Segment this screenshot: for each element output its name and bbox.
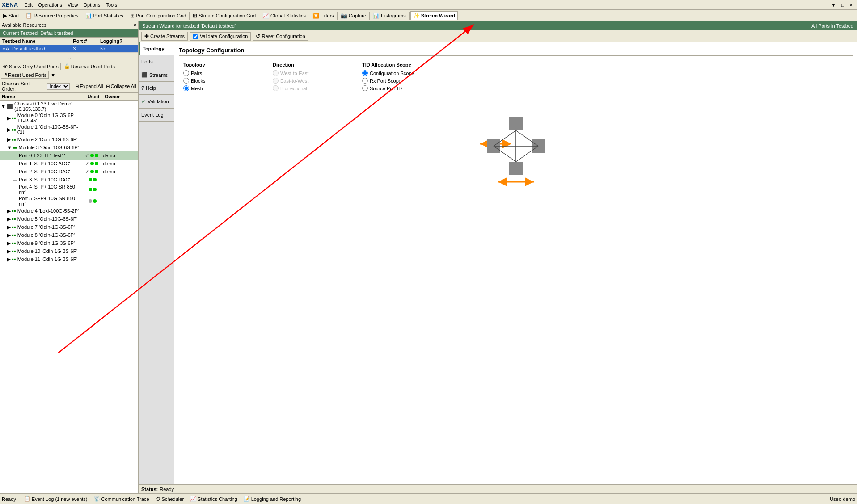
tid-config-scope-input[interactable] — [362, 70, 368, 76]
toolbar-stream-wizard[interactable]: ✨ Stream Wizard — [410, 11, 458, 20]
toolbar-port-config-grid[interactable]: ⊞ Port Configuration Grid — [128, 12, 189, 20]
nav-event-log[interactable]: Event Log — [139, 109, 174, 122]
tree-module-10[interactable]: ▶ ■■ Module 10 'Odin-1G-3S-6P' — [0, 247, 138, 255]
available-resources-titlebar: Available Resources × — [0, 21, 138, 29]
resource-tree[interactable]: ▼ ⬛ Chassis 0 'L23 Live Demo' (10.165.13… — [0, 101, 138, 493]
expand-all-button[interactable]: ⊞ Expand All — [75, 84, 103, 89]
port1-dot2 — [95, 162, 98, 165]
topology-mesh-radio[interactable]: Mesh — [183, 85, 264, 91]
logging-button[interactable]: 📝 Logging and Reporting — [241, 496, 304, 502]
nav-ports[interactable]: Ports — [139, 55, 174, 68]
nav-streams-label: Streams — [149, 72, 168, 78]
tree-chassis-0[interactable]: ▼ ⬛ Chassis 0 'L23 Live Demo' (10.165.13… — [0, 101, 138, 112]
nav-streams-icon: ⬛ — [141, 72, 148, 78]
toolbar-port-stats[interactable]: 📊 Port Statistics — [83, 12, 126, 20]
toolbar-filters[interactable]: 🔽 Filters — [310, 12, 336, 20]
window-maximize[interactable]: □ — [839, 1, 847, 8]
toolbar-resource-props-label: Resource Properties — [34, 13, 78, 18]
status-label: Status: — [141, 487, 158, 492]
toolbar-global-stats[interactable]: 📈 Global Statistics — [260, 12, 308, 20]
direction-section-title: Direction — [273, 62, 353, 67]
scheduler-button[interactable]: ⏱ Scheduler — [153, 496, 187, 502]
toolbar-port-stats-label: Port Statistics — [93, 13, 123, 18]
nav-validation[interactable]: ✓ Validation — [139, 95, 174, 109]
topology-pairs-input[interactable] — [183, 70, 189, 76]
window-minimize[interactable]: ▼ — [828, 1, 839, 8]
topology-mesh-input[interactable] — [183, 85, 189, 91]
menu-tools[interactable]: Tools — [103, 1, 120, 8]
tree-module-11[interactable]: ▶ ■■ Module 11 'Odin-1G-3S-6P' — [0, 255, 138, 263]
nav-streams[interactable]: ⬛ Streams — [139, 68, 174, 82]
toolbar-filters-label: Filters — [321, 13, 334, 18]
expand-collapse-row[interactable]: ... — [0, 53, 138, 62]
toolbar-stream-config-grid[interactable]: ⊞ Stream Configuration Grid — [190, 12, 258, 20]
port1-icon: — — [13, 161, 17, 166]
direction-east-west-radio[interactable]: East-to-West — [273, 78, 353, 84]
node-bottom — [509, 162, 523, 175]
tid-rx-scope-radio[interactable]: Rx Port Scope — [362, 78, 465, 84]
menu-bar: XENA Edit Operations View Options Tools … — [0, 0, 857, 10]
direction-bidirectional-radio[interactable]: Bidirectional — [273, 85, 353, 91]
tid-source-id-input[interactable] — [362, 85, 368, 91]
tree-module-9[interactable]: ▶ ■■ Module 9 'Odin-1G-3S-6P' — [0, 239, 138, 247]
topology-blocks-radio[interactable]: Blocks — [183, 78, 264, 84]
toolbar-start[interactable]: ▶ Start — [1, 12, 21, 20]
menu-view[interactable]: View — [65, 1, 81, 8]
menu-edit[interactable]: Edit — [21, 1, 35, 8]
toolbar-capture[interactable]: 📷 Capture — [338, 12, 368, 20]
tree-port-0[interactable]: — Port 0 'L23 TL1 test1' ✓ demo — [0, 151, 138, 160]
window-close[interactable]: × — [847, 1, 855, 8]
event-log-button[interactable]: 📋 Event Log (1 new events) — [21, 496, 90, 502]
reset-config-button[interactable]: ↺ Reset Configuration — [253, 32, 308, 41]
toolbar-histograms[interactable]: 📊 Histograms — [371, 12, 408, 20]
topology-blocks-input[interactable] — [183, 78, 189, 84]
tree-port-2[interactable]: — Port 2 'SFP+ 10G DAC' ✓ demo — [0, 168, 138, 176]
sort-select[interactable]: Index — [47, 83, 70, 90]
wizard-content: Topology Ports ⬛ Streams ? Help ✓ Valida… — [139, 42, 857, 484]
collapse-all-button[interactable]: ⊟ Collapse All — [106, 84, 136, 89]
toolbar-sep-4 — [189, 12, 190, 20]
reset-used-ports-button[interactable]: ↺ Reset Used Ports — [1, 71, 49, 79]
tid-config-scope-radio[interactable]: Configuration Scope — [362, 70, 465, 76]
tree-port-5[interactable]: — Port 5 'SFP+ 10G SR 850 nm' — [0, 195, 138, 207]
wizard-toolbar: ✚ Create Streams Validate Configuration … — [139, 30, 857, 42]
port1-label: Port 1 'SFP+ 10G AOC' — [19, 161, 70, 166]
create-streams-button[interactable]: ✚ Create Streams — [141, 32, 188, 41]
toolbar-sep-7 — [337, 12, 338, 20]
resource-props-icon: 📋 — [25, 13, 32, 19]
tid-rx-scope-input[interactable] — [362, 78, 368, 84]
topology-mesh-label: Mesh — [191, 86, 203, 91]
tree-module-0[interactable]: ▶ ■■ Module 0 'Odin-1G-3S-6P-T1-RJ45' — [0, 112, 138, 124]
validate-config-checkbox[interactable] — [193, 34, 198, 39]
tree-port-1[interactable]: — Port 1 'SFP+ 10G AOC' ✓ demo — [0, 160, 138, 168]
tree-toolbar: 👁 Show Only Used Ports 🔒 Reserve Used Po… — [0, 62, 138, 80]
dropdown-arrow[interactable]: ▼ — [51, 72, 55, 78]
show-only-used-ports-button[interactable]: 👁 Show Only Used Ports — [1, 63, 61, 70]
current-testbed-label: Current Testbed: Default testbed — [3, 30, 73, 36]
reserve-used-ports-button[interactable]: 🔒 Reserve Used Ports — [62, 63, 117, 70]
nav-topology[interactable]: Topology — [139, 42, 174, 55]
tree-module-7[interactable]: ▶ ■■ Module 7 'Odin-1G-3S-6P' — [0, 223, 138, 231]
scheduler-icon: ⏱ — [156, 496, 160, 502]
menu-options[interactable]: Options — [81, 1, 103, 8]
topology-pairs-radio[interactable]: Pairs — [183, 70, 264, 76]
direction-west-east-radio[interactable]: West-to-East — [273, 70, 353, 76]
tree-module-2[interactable]: ▶ ■■ Module 2 'Odin-10G-6S-6P' — [0, 135, 138, 143]
nav-help[interactable]: ? Help — [139, 82, 174, 95]
tree-module-8[interactable]: ▶ ■■ Module 8 'Odin-1G-3S-6P' — [0, 231, 138, 239]
validate-config-button[interactable]: Validate Configuration — [190, 32, 251, 41]
tree-module-4[interactable]: ▶ ■■ Module 4 'Loki-100G-5S-2P' — [0, 207, 138, 215]
stats-charting-button[interactable]: 📈 Statistics Charting — [187, 496, 240, 502]
testbed-row[interactable]: ⚙⚙ Default testbed 3 No — [0, 45, 138, 53]
nav-event-log-label: Event Log — [141, 112, 164, 118]
tree-module-5[interactable]: ▶ ■■ Module 5 'Odin-10G-6S-6P' — [0, 215, 138, 223]
tid-source-id-radio[interactable]: Source Port ID — [362, 85, 465, 91]
panel-controls[interactable]: × — [134, 22, 136, 28]
comm-trace-button[interactable]: 📡 Communication Trace — [91, 496, 152, 502]
toolbar-resource-props[interactable]: 📋 Resource Properties — [23, 12, 80, 20]
tree-port-3[interactable]: — Port 3 'SFP+ 10G DAC' — [0, 176, 138, 184]
menu-operations[interactable]: Operations — [35, 1, 65, 8]
tree-module-3[interactable]: ▼ ■■ Module 3 'Odin-10G-6S-6P' — [0, 143, 138, 151]
tree-port-4[interactable]: — Port 4 'SFP+ 10G SR 850 nm' — [0, 184, 138, 195]
tree-module-1[interactable]: ▶ ■■ Module 1 'Odin-10G-5S-6P-CU' — [0, 124, 138, 135]
